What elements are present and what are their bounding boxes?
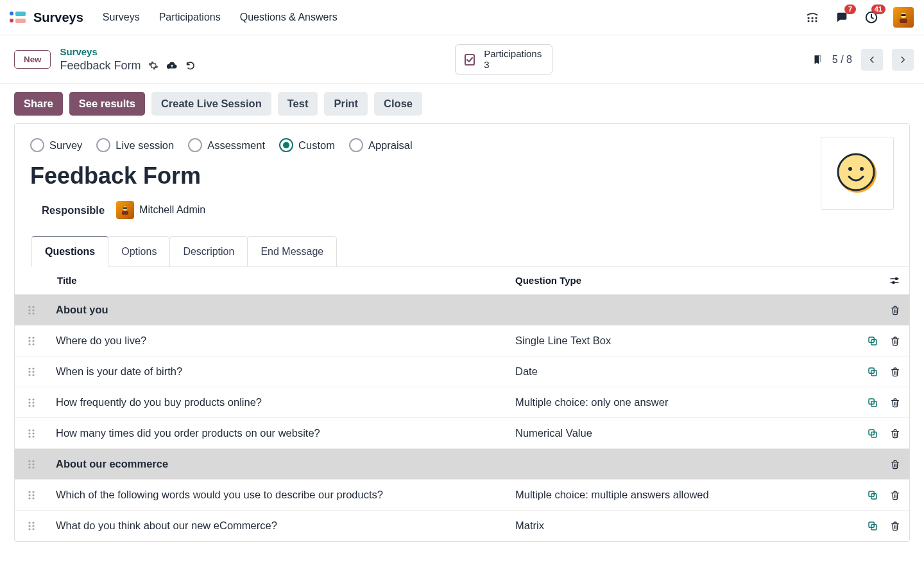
new-button[interactable]: New	[14, 50, 51, 69]
user-avatar[interactable]	[893, 7, 914, 28]
svg-point-39	[32, 367, 34, 369]
drag-handle-icon[interactable]	[24, 459, 39, 469]
svg-point-31	[32, 337, 34, 338]
breadcrumb-root[interactable]: Surveys	[60, 46, 196, 58]
create-live-session-button[interactable]: Create Live Session	[151, 92, 271, 116]
responsible-user[interactable]: Mitchell Admin	[116, 201, 205, 219]
tab-description[interactable]: Description	[169, 236, 248, 267]
participations-count: 3	[484, 60, 542, 71]
trash-icon[interactable]	[890, 366, 900, 378]
question-type: Single Line Text Box	[515, 335, 849, 347]
trash-icon[interactable]	[890, 304, 900, 316]
svg-point-77	[32, 521, 34, 523]
svg-rect-7	[808, 21, 810, 22]
see-results-button[interactable]: See results	[69, 92, 145, 116]
breadcrumb: Surveys Feedback Form	[60, 46, 196, 73]
columns-settings-icon[interactable]	[889, 275, 900, 286]
drag-handle-icon[interactable]	[24, 490, 39, 500]
radio-survey[interactable]: Survey	[30, 138, 82, 152]
svg-point-28	[28, 312, 30, 314]
question-row[interactable]: How many times did you order products on…	[15, 418, 909, 449]
close-button[interactable]: Close	[374, 92, 422, 116]
print-button[interactable]: Print	[324, 92, 368, 116]
svg-point-27	[32, 309, 34, 311]
radio-custom[interactable]: Custom	[279, 138, 335, 152]
copy-icon[interactable]	[867, 366, 878, 378]
svg-point-46	[28, 398, 30, 400]
tab-options[interactable]: Options	[108, 236, 170, 267]
row-actions	[849, 428, 900, 439]
pager-next-button[interactable]	[892, 49, 914, 71]
question-row[interactable]: How frequently do you buy products onlin…	[15, 387, 909, 418]
copy-icon[interactable]	[867, 428, 878, 439]
tab-end-message[interactable]: End Message	[247, 236, 337, 267]
section-title: About you	[48, 304, 515, 316]
question-row[interactable]: Which of the following words would you u…	[15, 480, 909, 511]
drag-handle-icon[interactable]	[24, 398, 39, 408]
svg-point-32	[28, 340, 30, 342]
radio-appraisal[interactable]: Appraisal	[349, 138, 413, 152]
svg-point-79	[32, 525, 34, 527]
trash-icon[interactable]	[890, 520, 900, 532]
nav-questions-answers[interactable]: Questions & Answers	[234, 8, 344, 27]
gear-icon[interactable]	[148, 60, 158, 71]
section-row[interactable]: About you	[15, 295, 909, 326]
svg-rect-6	[816, 17, 817, 19]
app-logo	[9, 10, 27, 24]
question-type: Numerical Value	[515, 427, 849, 439]
messages-icon[interactable]: 7	[834, 10, 850, 25]
survey-image[interactable]	[821, 137, 894, 210]
participations-button[interactable]: Participations 3	[455, 44, 552, 74]
drag-handle-icon[interactable]	[24, 367, 39, 377]
svg-point-25	[32, 306, 34, 308]
radio-custom-label: Custom	[298, 139, 335, 152]
drag-handle-icon[interactable]	[24, 305, 39, 315]
record-pager-text[interactable]: 5 / 8	[832, 54, 852, 66]
undo-icon[interactable]	[185, 60, 196, 71]
trash-icon[interactable]	[890, 335, 900, 347]
trash-icon[interactable]	[890, 428, 900, 439]
pager-prev-button[interactable]	[861, 49, 883, 71]
survey-title[interactable]: Feedback Form	[30, 162, 894, 189]
test-button[interactable]: Test	[278, 92, 318, 116]
tab-questions[interactable]: Questions	[31, 236, 108, 267]
cloud-upload-icon[interactable]	[166, 60, 178, 71]
responsible-label: Responsible	[42, 204, 105, 216]
svg-rect-12	[900, 19, 907, 23]
voip-icon[interactable]	[805, 10, 820, 25]
question-title: Where do you live?	[48, 335, 515, 347]
question-row[interactable]: Where do you live?Single Line Text Box	[15, 326, 909, 356]
question-type: Date	[515, 365, 849, 378]
trash-icon[interactable]	[890, 397, 900, 408]
nav-participations[interactable]: Participations	[153, 8, 227, 27]
question-title: How frequently do you buy products onlin…	[48, 396, 515, 408]
drag-handle-icon[interactable]	[24, 336, 39, 346]
row-actions	[849, 520, 900, 532]
responsible-user-name: Mitchell Admin	[139, 204, 205, 216]
activities-icon[interactable]: 41	[864, 10, 879, 25]
row-actions	[849, 335, 900, 347]
drag-handle-icon[interactable]	[24, 521, 39, 531]
drag-handle-icon[interactable]	[24, 428, 39, 439]
trash-icon[interactable]	[890, 489, 900, 501]
radio-assessment[interactable]: Assessment	[188, 138, 265, 152]
page-header: New Surveys Feedback Form Participations…	[0, 35, 924, 84]
trash-icon[interactable]	[890, 459, 900, 470]
bookmark-icon[interactable]	[812, 53, 823, 67]
question-row[interactable]: What do you think about our new eCommerc…	[15, 511, 909, 541]
svg-point-35	[32, 343, 34, 345]
svg-point-62	[28, 460, 30, 462]
section-row[interactable]: About our ecommerce	[15, 449, 909, 480]
question-row[interactable]: When is your date of birth?Date	[15, 356, 909, 387]
svg-point-80	[28, 528, 30, 530]
radio-live-session[interactable]: Live session	[96, 138, 174, 152]
copy-icon[interactable]	[867, 335, 878, 347]
copy-icon[interactable]	[867, 489, 878, 501]
svg-rect-5	[812, 17, 814, 19]
svg-point-29	[32, 312, 34, 314]
copy-icon[interactable]	[867, 520, 878, 532]
share-button[interactable]: Share	[14, 92, 63, 116]
column-actions	[849, 275, 900, 286]
nav-surveys[interactable]: Surveys	[96, 8, 146, 27]
copy-icon[interactable]	[867, 397, 878, 408]
